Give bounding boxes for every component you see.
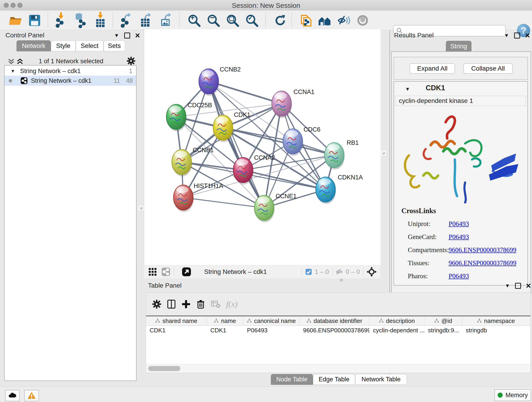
- tab-select[interactable]: Select: [76, 40, 104, 51]
- control-panel-title: Control Panel: [6, 32, 44, 39]
- houses-icon[interactable]: [318, 14, 331, 27]
- right-splitter-handle[interactable]: [381, 150, 386, 156]
- zoom-in-icon[interactable]: +: [187, 14, 201, 28]
- network-node-count: 11: [114, 77, 120, 84]
- network-node-CDK1[interactable]: CDK1: [213, 111, 250, 142]
- pharos-link[interactable]: P06493: [449, 272, 469, 280]
- gene-expand-icon[interactable]: ▼: [405, 86, 410, 92]
- tab-network-table[interactable]: Network Table: [355, 374, 407, 385]
- warnings-button[interactable]: [24, 390, 39, 401]
- float-panel-icon[interactable]: [515, 283, 521, 289]
- detach-view-icon[interactable]: [182, 267, 191, 277]
- expand-all-button[interactable]: Expand All: [410, 63, 455, 74]
- collapse-panel-icon[interactable]: ▼: [504, 32, 509, 38]
- table-gear-icon[interactable]: [152, 299, 162, 309]
- network-edge-HIST1H1A-CCNE1[interactable]: [183, 198, 264, 208]
- protein-structure-image: [396, 107, 526, 204]
- tab-style[interactable]: Style: [51, 40, 76, 51]
- tab-sets[interactable]: Sets: [104, 40, 125, 51]
- network-node-HIST1H1A[interactable]: HIST1H1A: [173, 182, 223, 212]
- tissues-link[interactable]: 9606.ENSP00000378699: [449, 259, 516, 267]
- gene-card: ▼ CDK1 cyclin-dependent kinase 1: [394, 81, 528, 286]
- table-columns-icon[interactable]: [167, 299, 176, 309]
- network-collection-row[interactable]: ▼ String Network – cdk1 1: [5, 65, 136, 76]
- open-session-icon[interactable]: [9, 14, 22, 27]
- node-label-HIST1H1A: HIST1H1A: [194, 182, 223, 189]
- expand-all-networks-icon[interactable]: [17, 58, 24, 65]
- network-view-title: String Network – cdk1: [204, 268, 267, 275]
- gene-name: CDK1: [426, 84, 445, 92]
- delete-table-icon: [210, 299, 221, 309]
- collection-expand-icon[interactable]: ▼: [11, 69, 15, 74]
- table-row[interactable]: CDK1 CDK1 P06493 9606.ENSP00000378699 cy…: [146, 326, 530, 335]
- collapse-panel-icon[interactable]: ▼: [114, 32, 119, 38]
- collection-count: 1: [129, 68, 133, 75]
- crosslinks-heading: CrossLinks: [401, 207, 436, 215]
- main-toolbar: + − ✓ ?: [0, 11, 532, 30]
- scrollbar-thumb[interactable]: [148, 366, 180, 371]
- float-panel-icon[interactable]: [514, 32, 520, 38]
- column-header[interactable]: database identifier: [299, 316, 369, 325]
- toolbar-separator: [265, 12, 266, 27]
- compartments-link[interactable]: 9606.ENSP00000378699: [449, 246, 516, 254]
- memory-button[interactable]: Memory: [494, 389, 531, 401]
- zoom-fit-icon[interactable]: [226, 14, 239, 28]
- network-edge-CCNA2-CDKN1A[interactable]: [243, 170, 326, 190]
- collapse-panel-icon[interactable]: ▼: [505, 283, 510, 289]
- results-panel-window-controls: ▼ ×: [504, 32, 530, 38]
- network-node-RB1[interactable]: RB1: [324, 139, 359, 170]
- delete-column-icon[interactable]: [196, 299, 206, 309]
- genecard-link[interactable]: P06493: [449, 233, 469, 240]
- network-node-CCNA1[interactable]: CCNA1: [272, 89, 315, 118]
- network-edge-CCNB2-CCNA1[interactable]: [209, 81, 282, 104]
- import-network-database-icon[interactable]: [74, 13, 84, 23]
- refresh-icon[interactable]: [273, 14, 287, 27]
- grid-view-icon[interactable]: [148, 267, 157, 276]
- tab-string[interactable]: String: [446, 41, 472, 52]
- close-panel-icon[interactable]: ×: [525, 33, 530, 38]
- clone-network-icon[interactable]: [299, 14, 312, 27]
- hide-graphics-icon[interactable]: [337, 14, 351, 27]
- collapse-all-networks-icon[interactable]: [8, 58, 15, 65]
- network-node-CCNE1[interactable]: CCNE1: [254, 193, 297, 222]
- network-status-dot: [9, 79, 12, 83]
- float-panel-icon[interactable]: [124, 32, 130, 38]
- network-node-CDC6[interactable]: CDC6: [283, 126, 321, 156]
- column-header[interactable]: description: [369, 316, 424, 325]
- zoom-selected-icon[interactable]: ✓: [245, 14, 259, 28]
- network-selection-status: 1 of 1 Network selected: [30, 58, 112, 65]
- column-header[interactable]: namespace: [462, 316, 530, 325]
- column-header[interactable]: name: [207, 316, 243, 325]
- selected-checkbox-icon[interactable]: [305, 268, 312, 275]
- tab-node-table[interactable]: Node Table: [271, 374, 313, 385]
- uniprot-link[interactable]: P06493: [449, 220, 469, 227]
- column-header[interactable]: shared name: [146, 316, 207, 325]
- network-row[interactable]: String Network – cdk1 11 48: [5, 76, 136, 86]
- network-options-gear-icon[interactable]: [127, 56, 136, 65]
- close-panel-icon[interactable]: ×: [526, 283, 531, 288]
- collapse-all-button[interactable]: Collapse All: [463, 63, 513, 74]
- network-canvas[interactable]: CCNB2CCNA1CDC25BCDK1CDC6RB1CCNB1CCNA2CDK…: [144, 29, 380, 265]
- fit-selected-crosshair-icon[interactable]: [367, 267, 377, 277]
- tab-network[interactable]: Network: [17, 40, 51, 51]
- toolbar-separator: [179, 12, 180, 27]
- crosslink-label: GeneCard:: [408, 230, 449, 243]
- column-header[interactable]: canonical name: [243, 316, 299, 325]
- hidden-eye-icon: [336, 268, 343, 276]
- add-column-icon[interactable]: [181, 299, 191, 309]
- zoom-out-icon[interactable]: −: [207, 14, 220, 28]
- network-node-CCNB1[interactable]: CCNB1: [172, 147, 214, 177]
- column-header[interactable]: @id: [424, 316, 462, 325]
- expand-collapse-bar: Expand All Collapse All: [394, 57, 528, 80]
- tab-edge-table[interactable]: Edge Table: [313, 374, 355, 385]
- horizontal-scrollbar[interactable]: [146, 364, 530, 373]
- close-panel-icon[interactable]: ×: [135, 33, 140, 38]
- table-toolbar: f(x): [146, 293, 530, 316]
- left-splitter-handle[interactable]: [138, 205, 144, 211]
- network-edge-count: 48: [126, 77, 133, 84]
- network-node-CDKN1A[interactable]: CDKN1A: [316, 174, 363, 204]
- string-view-icon[interactable]: [161, 267, 171, 276]
- cell-name: CDK1: [207, 327, 243, 334]
- save-session-icon[interactable]: [28, 14, 41, 27]
- cloud-button[interactable]: [5, 390, 20, 401]
